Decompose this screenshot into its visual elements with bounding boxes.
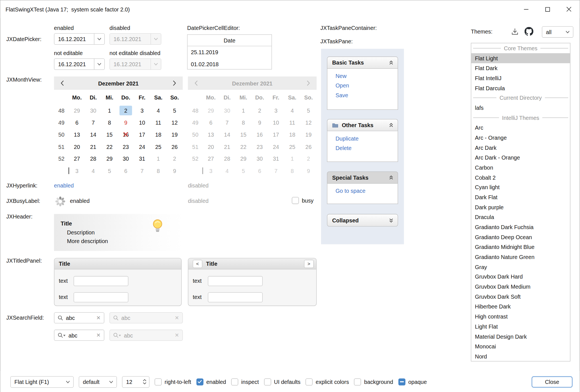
monthview-enabled[interactable]: Dezember 2021Mo.Di.Mi.Do.Fr.Sa.So.482930… (54, 77, 183, 177)
calendar-day[interactable]: 19 (166, 129, 183, 141)
theme-item-material-design-dark[interactable]: Material Design Dark (471, 331, 570, 341)
theme-item-gradianto-deep-ocean[interactable]: Gradianto Deep Ocean (471, 232, 570, 242)
calendar-day[interactable]: 2 (166, 153, 183, 165)
theme-item-monocai[interactable]: Monocai (471, 341, 570, 351)
spinner-up-icon[interactable] (143, 379, 147, 381)
theme-item-flat-dark[interactable]: Flat Dark (471, 63, 570, 73)
taskpane-header-collapsed[interactable]: Collapsed (327, 214, 398, 227)
calendar-day[interactable]: 7 (134, 165, 150, 177)
theme-item-dark-flat[interactable]: Dark Flat (471, 192, 570, 202)
datepicker-enabled[interactable]: 16.12.2021 (54, 33, 105, 45)
theme-item-carbon[interactable]: Carbon (471, 163, 570, 173)
collapse-icon[interactable] (389, 123, 393, 127)
checkbox-explicit-colors[interactable]: explicit colors (306, 378, 349, 385)
calendar-day[interactable]: 6 (69, 117, 85, 129)
task-link-new[interactable]: New (336, 73, 347, 79)
calendar-day[interactable]: 27 (69, 153, 85, 165)
theme-item-gruvbox-dark-medium[interactable]: Gruvbox Dark Medium (471, 282, 570, 292)
theme-item-flat-intellij[interactable]: Flat IntelliJ (471, 73, 570, 83)
search-input[interactable] (66, 315, 94, 321)
hyperlink-enabled[interactable]: enabled (54, 182, 74, 189)
theme-item-gray[interactable]: Gray (471, 262, 570, 272)
theme-item-lafs[interactable]: lafs (471, 103, 570, 113)
spinner-down-icon[interactable] (143, 382, 147, 384)
theme-item-gradianto-dark-fuchsia[interactable]: Gradianto Dark Fuchsia (471, 222, 570, 232)
collapse-icon[interactable] (389, 175, 393, 180)
table-row[interactable]: 25.11.2019 (188, 46, 272, 58)
maximize-button[interactable] (537, 0, 558, 18)
table-row[interactable]: 01.02.2018 (188, 58, 272, 70)
calendar-day[interactable]: 9 (118, 117, 134, 129)
calendar-day[interactable]: 29 (69, 104, 85, 117)
calendar-day[interactable]: 23 (118, 141, 134, 153)
calendar-day[interactable]: 4 (85, 165, 101, 177)
calendar-day[interactable]: 18 (150, 129, 166, 141)
theme-item-hiberbee-dark[interactable]: Hiberbee Dark (471, 302, 570, 312)
theme-item-high-contrast[interactable]: High contrast (471, 312, 570, 322)
theme-item-flat-darcula[interactable]: Flat Darcula (471, 83, 570, 93)
calendar-day[interactable]: 13 (69, 129, 85, 141)
calendar-day[interactable]: 17 (134, 129, 150, 141)
style-combo[interactable]: default (79, 376, 117, 388)
checkbox-right-to-left[interactable]: right-to-left (155, 378, 191, 385)
checkbox-enabled[interactable]: enabled (196, 378, 226, 385)
calendar-day[interactable]: 5 (101, 165, 117, 177)
themes-filter-combo[interactable]: all (542, 26, 573, 38)
clear-icon[interactable]: ✕ (96, 315, 101, 321)
panel-prev-button[interactable]: < (193, 260, 202, 268)
calendar-day[interactable]: 25 (150, 141, 166, 153)
font-size-spinner[interactable]: 12 (122, 376, 149, 388)
checkbox-opaque[interactable]: opaque (398, 378, 427, 385)
calendar-day[interactable]: 16✕ (118, 129, 134, 141)
taskpane-header-special-tasks[interactable]: Special Tasks (327, 172, 398, 184)
theme-item-cyan-light[interactable]: Cyan light (471, 182, 570, 193)
datepicker-dropdown-button[interactable] (94, 59, 104, 69)
collapse-icon[interactable] (389, 60, 393, 65)
text-input[interactable] (208, 292, 263, 302)
taskpane-header-other-tasks[interactable]: Other Tasks (327, 119, 398, 131)
theme-item-gradianto-nature-green[interactable]: Gradianto Nature Green (471, 252, 570, 262)
task-link-save[interactable]: Save (336, 92, 348, 98)
task-link-open[interactable]: Open (336, 82, 349, 89)
calendar-day[interactable]: 10 (134, 117, 150, 129)
calendar-day[interactable]: 1 (101, 104, 117, 117)
calendar-day[interactable]: 8 (101, 117, 117, 129)
calendar-day[interactable]: 15 (101, 129, 117, 141)
calendar-day[interactable]: 12 (166, 117, 183, 129)
calendar-day[interactable]: 5 (166, 104, 183, 117)
theme-item-flat-light[interactable]: Flat Light (471, 53, 570, 63)
theme-item-cobalt-2[interactable]: Cobalt 2 (471, 172, 570, 182)
calendar-day[interactable]: 31 (134, 153, 150, 165)
text-input[interactable] (74, 292, 128, 302)
calendar-day[interactable]: 8 (150, 165, 166, 177)
calendar-day[interactable]: 9 (166, 165, 183, 177)
text-input[interactable] (208, 276, 263, 286)
calendar-day[interactable]: 1 (150, 153, 166, 165)
theme-item-arc-dark[interactable]: Arc Dark (471, 142, 570, 153)
prev-month-button[interactable] (54, 80, 70, 86)
theme-item-dracula[interactable]: Dracula (471, 212, 570, 222)
calendar-day[interactable]: 30 (85, 104, 101, 117)
calendar-day[interactable]: 29 (101, 153, 117, 165)
checkbox-busy[interactable]: busy (292, 197, 314, 204)
calendar-day[interactable]: 7 (85, 117, 101, 129)
datepicker-not-editable[interactable]: 16.12.2021 (54, 58, 105, 70)
theme-item-arc-orange[interactable]: Arc - Orange (471, 133, 570, 143)
checkbox-inspect[interactable]: inspect (231, 378, 259, 385)
calendar-day[interactable]: 3 (69, 165, 85, 177)
theme-item-gruvbox-dark-hard[interactable]: Gruvbox Dark Hard (471, 272, 570, 282)
task-link-go-to-space[interactable]: Go to space (336, 188, 366, 194)
text-input[interactable] (74, 276, 128, 286)
close-window-button[interactable] (558, 0, 580, 18)
search-field[interactable]: ✕ (54, 312, 104, 324)
download-icon[interactable] (511, 28, 519, 36)
calendar-day[interactable]: 24 (134, 141, 150, 153)
calendar-day[interactable]: 11 (150, 117, 166, 129)
next-month-button[interactable] (166, 80, 183, 86)
theme-item-dark-purple[interactable]: Dark purple (471, 202, 570, 212)
close-button[interactable]: Close (532, 376, 573, 388)
panel-next-button[interactable]: > (304, 260, 313, 268)
calendar-day[interactable]: 2 (118, 104, 134, 117)
calendar-day[interactable]: 14 (85, 129, 101, 141)
theme-item-gradianto-midnight-blue[interactable]: Gradianto Midnight Blue (471, 242, 570, 252)
